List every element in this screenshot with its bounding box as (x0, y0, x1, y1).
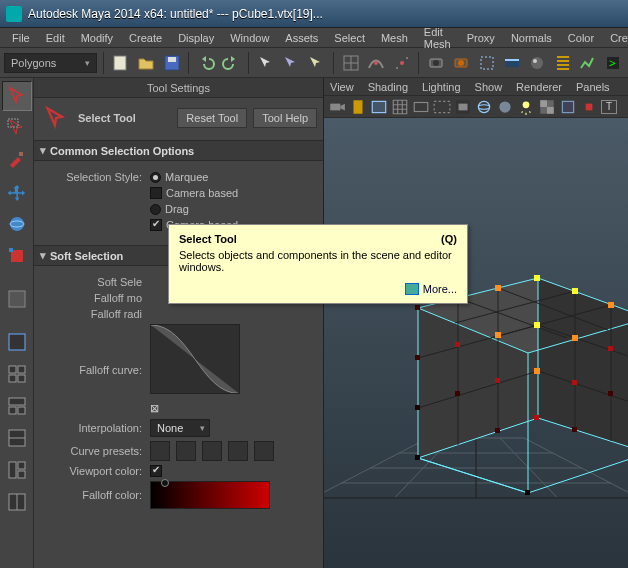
menu-createuvs[interactable]: Create (602, 30, 628, 46)
menu-window[interactable]: Window (222, 30, 277, 46)
vp-menu-view[interactable]: View (330, 81, 354, 93)
reset-tool-button[interactable]: Reset Tool (177, 108, 247, 128)
delete-point-icon[interactable]: ⊠ (150, 402, 159, 415)
svg-point-46 (478, 101, 489, 112)
tooltip-more-link[interactable]: More... (179, 283, 457, 295)
hypershade-icon[interactable] (527, 52, 548, 74)
mode-dropdown[interactable]: Polygons (4, 53, 97, 73)
layout-b-icon[interactable] (2, 423, 32, 453)
vp-menu-lighting[interactable]: Lighting (422, 81, 461, 93)
open-icon[interactable] (136, 52, 157, 74)
new-scene-icon[interactable] (110, 52, 131, 74)
preset-2[interactable] (176, 441, 196, 461)
falloff-curve-editor[interactable] (150, 324, 240, 394)
vp-film-gate-icon[interactable] (412, 98, 430, 116)
menu-file[interactable]: File (4, 30, 38, 46)
select-hier-icon[interactable] (255, 52, 276, 74)
svg-point-4 (374, 61, 378, 65)
menu-mesh[interactable]: Mesh (373, 30, 416, 46)
preset-5[interactable] (254, 441, 274, 461)
vp-label-t-icon[interactable]: T (601, 100, 617, 114)
menu-modify[interactable]: Modify (73, 30, 121, 46)
svg-rect-98 (572, 380, 577, 385)
layout-c-icon[interactable] (2, 455, 32, 485)
last-tool[interactable] (2, 284, 32, 314)
menu-create[interactable]: Create (121, 30, 170, 46)
interpolation-dropdown[interactable]: None (150, 419, 210, 437)
rotate-tool[interactable] (2, 209, 32, 239)
gradient-handle[interactable] (161, 479, 169, 487)
anim-icon[interactable] (501, 52, 522, 74)
drag-radio[interactable]: Drag (150, 203, 189, 215)
vp-menu-panels[interactable]: Panels (576, 81, 610, 93)
redo-icon[interactable] (221, 52, 242, 74)
menu-color[interactable]: Color (560, 30, 602, 46)
snap-point-icon[interactable] (391, 52, 412, 74)
tool-help-button[interactable]: Tool Help (253, 108, 317, 128)
vp-menu-shading[interactable]: Shading (368, 81, 408, 93)
menu-editmesh[interactable]: Edit Mesh (416, 24, 459, 52)
divider (418, 52, 419, 74)
vp-textured-icon[interactable] (538, 98, 556, 116)
vp-select-cam-icon[interactable] (328, 98, 346, 116)
menu-proxy[interactable]: Proxy (459, 30, 503, 46)
vp-bookmark-icon[interactable] (349, 98, 367, 116)
snap-grid-icon[interactable] (340, 52, 361, 74)
vp-shaded-icon[interactable] (496, 98, 514, 116)
menu-bar: File Edit Modify Create Display Window A… (0, 28, 628, 48)
ipr-icon[interactable] (451, 52, 472, 74)
current-tool-label: Select Tool (78, 112, 171, 124)
menu-edit[interactable]: Edit (38, 30, 73, 46)
lasso-tool[interactable] (2, 113, 32, 143)
panel-title: Tool Settings (34, 78, 323, 98)
save-icon[interactable] (161, 52, 182, 74)
vp-resolution-gate-icon[interactable] (433, 98, 451, 116)
camera-based-marquee-checkbox[interactable]: Camera based (150, 187, 238, 199)
marquee-radio[interactable]: Marquee (150, 171, 208, 183)
single-view-icon[interactable] (2, 327, 32, 357)
script-icon[interactable]: > (603, 52, 624, 74)
vp-isolate-icon[interactable] (580, 98, 598, 116)
paint-select-tool[interactable] (2, 145, 32, 175)
four-view-icon[interactable] (2, 359, 32, 389)
outliner-icon[interactable] (552, 52, 573, 74)
select-obj-icon[interactable] (280, 52, 301, 74)
svg-rect-29 (9, 375, 16, 382)
menu-select[interactable]: Select (326, 30, 373, 46)
vp-image-plane-icon[interactable] (370, 98, 388, 116)
vp-xray-icon[interactable] (559, 98, 577, 116)
svg-rect-31 (9, 398, 25, 405)
undo-icon[interactable] (195, 52, 216, 74)
falloff-color-gradient[interactable] (150, 481, 270, 509)
viewport-color-checkbox[interactable] (150, 465, 162, 477)
preset-4[interactable] (228, 441, 248, 461)
vp-menu-show[interactable]: Show (475, 81, 503, 93)
preset-1[interactable] (150, 441, 170, 461)
vp-wireframe-icon[interactable] (475, 98, 493, 116)
layout-d-icon[interactable] (2, 487, 32, 517)
vp-menu-renderer[interactable]: Renderer (516, 81, 562, 93)
select-comp-icon[interactable] (306, 52, 327, 74)
marquee-label: Marquee (165, 171, 208, 183)
svg-rect-97 (608, 346, 613, 351)
move-tool[interactable] (2, 177, 32, 207)
viewport-3d[interactable] (324, 118, 628, 568)
falloff-mode-label: Falloff mo (42, 292, 150, 304)
preset-3[interactable] (202, 441, 222, 461)
snap-curve-icon[interactable] (365, 52, 386, 74)
vp-grid-icon[interactable] (391, 98, 409, 116)
layout-a-icon[interactable] (2, 391, 32, 421)
menu-display[interactable]: Display (170, 30, 222, 46)
menu-assets[interactable]: Assets (277, 30, 326, 46)
vp-lights-icon[interactable] (517, 98, 535, 116)
graph-icon[interactable] (577, 52, 598, 74)
render-icon[interactable] (425, 52, 446, 74)
render-region-icon[interactable] (476, 52, 497, 74)
select-tool[interactable] (2, 81, 32, 111)
scale-tool[interactable] (2, 241, 32, 271)
menu-normals[interactable]: Normals (503, 30, 560, 46)
svg-rect-20 (19, 152, 23, 156)
section-common-selection[interactable]: ▾Common Selection Options (34, 140, 323, 161)
vp-gate-mask-icon[interactable] (454, 98, 472, 116)
svg-rect-43 (434, 101, 450, 112)
